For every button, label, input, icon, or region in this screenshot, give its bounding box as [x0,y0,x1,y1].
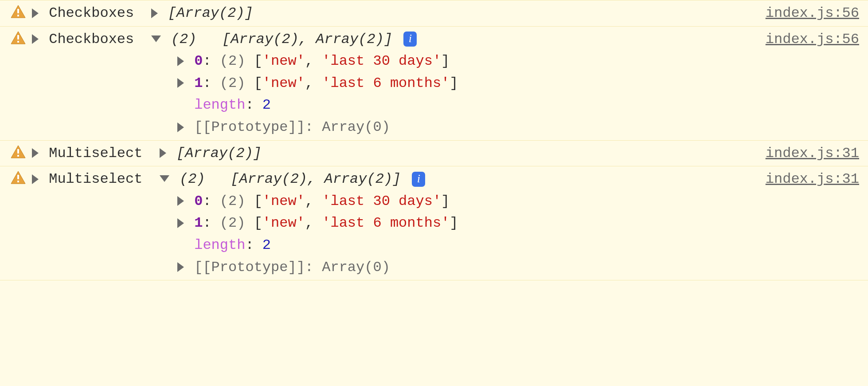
colon: : [305,119,322,135]
separator: , [305,215,322,231]
disclosure-triangle-icon[interactable] [177,56,184,66]
disclosure-triangle-icon[interactable] [177,122,184,132]
bracket-close: ] [450,215,458,231]
disclosure-triangle-icon[interactable] [177,262,184,272]
log-label: Multiselect [49,171,142,187]
log-value-group[interactable]: (2) [Array(2), Array(2)] i [160,168,426,190]
source-link[interactable]: index.js:56 [757,28,859,51]
disclosure-triangle-icon[interactable] [151,35,161,42]
bracket-close: ] [441,193,450,209]
bracket-open: [ [254,75,262,91]
string-value: 'last 6 months' [322,75,450,91]
svg-rect-11 [17,181,19,182]
colon: : [245,237,262,253]
length-property: length: 2 [177,94,868,116]
array-summary: [Array(2), Array(2)] [222,31,392,47]
property-key: length [194,97,245,113]
item-count: (2) [220,193,246,209]
string-value: 'last 6 months' [322,215,450,231]
prototype-property[interactable]: [[Prototype]]: Array(0) [177,256,868,279]
warning-icon [11,5,26,18]
bracket-close: ] [441,53,450,69]
disclosure-triangle-icon[interactable] [160,175,169,182]
log-label-group[interactable]: Multiselect [32,168,142,190]
string-value: 'new' [262,53,305,69]
log-label-group[interactable]: Checkboxes [32,2,134,24]
log-value-group[interactable]: [Array(2)] [151,2,253,24]
disclosure-triangle-icon[interactable] [177,196,184,206]
bracket-open: [ [254,53,262,69]
log-label-group[interactable]: Multiselect [32,142,142,165]
info-icon[interactable]: i [403,32,417,47]
log-label: Multiselect [49,145,142,161]
array-count: (2) [171,31,197,47]
bracket-close: ] [450,75,458,91]
array-item[interactable]: 1: (2) ['new', 'last 6 months'] [177,212,868,234]
disclosure-triangle-icon[interactable] [32,148,39,158]
console-row: Checkboxes [Array(2)] index.js:56 [0,0,868,27]
colon: : [245,97,262,113]
number-value: 2 [262,237,271,253]
property-key: [[Prototype]] [194,259,305,276]
log-label-group[interactable]: Checkboxes [32,28,134,51]
colon: : [305,259,322,276]
prototype-property[interactable]: [[Prototype]]: Array(0) [177,116,868,138]
expanded-children: 0: (2) ['new', 'last 30 days'] 1: (2) ['… [0,190,868,278]
source-link[interactable]: index.js:31 [757,142,859,165]
source-link[interactable]: index.js:56 [757,2,859,24]
length-property: length: 2 [177,234,868,256]
svg-rect-8 [17,155,19,157]
array-item[interactable]: 1: (2) ['new', 'last 6 months'] [177,72,868,95]
disclosure-triangle-icon[interactable] [32,174,39,184]
separator: , [305,193,322,209]
disclosure-triangle-icon[interactable] [32,34,39,44]
array-index: 0 [194,53,203,69]
svg-rect-4 [17,35,19,39]
svg-rect-7 [17,149,19,154]
console-row: Checkboxes (2) [Array(2), Array(2)] i in… [0,27,868,141]
colon: : [203,75,219,91]
string-value: 'last 30 days' [322,53,441,69]
console-row: Multiselect (2) [Array(2), Array(2)] i i… [0,166,868,280]
array-summary: [Array(2)] [176,145,262,161]
log-label: Checkboxes [49,5,134,21]
item-count: (2) [220,215,246,231]
info-icon[interactable]: i [412,172,425,187]
array-summary: [Array(2)] [168,5,253,21]
svg-rect-10 [17,175,19,179]
string-value: 'new' [262,193,305,209]
string-value: 'new' [262,215,305,231]
array-summary: [Array(2), Array(2)] [231,171,401,187]
property-key: [[Prototype]] [194,119,305,135]
warning-icon [11,31,26,44]
property-value: Array(0) [322,259,390,276]
log-label: Checkboxes [49,31,134,47]
string-value: 'new' [262,75,305,91]
warning-icon [11,145,26,158]
source-link[interactable]: index.js:31 [757,168,859,190]
separator: , [305,75,322,91]
number-value: 2 [262,97,271,113]
svg-rect-1 [17,9,19,13]
bracket-open: [ [254,215,262,231]
array-index: 0 [194,193,203,209]
expanded-children: 0: (2) ['new', 'last 30 days'] 1: (2) ['… [0,50,868,138]
separator: , [305,53,322,69]
disclosure-triangle-icon[interactable] [177,218,184,228]
array-item[interactable]: 0: (2) ['new', 'last 30 days'] [177,50,868,72]
disclosure-triangle-icon[interactable] [160,148,166,158]
log-value-group[interactable]: [Array(2)] [160,142,262,165]
disclosure-triangle-icon[interactable] [32,8,39,18]
colon: : [203,53,219,69]
log-value-group[interactable]: (2) [Array(2), Array(2)] i [151,28,417,51]
bracket-open: [ [254,193,262,209]
array-item[interactable]: 0: (2) ['new', 'last 30 days'] [177,190,868,213]
svg-rect-5 [17,41,19,43]
item-count: (2) [220,53,246,69]
array-index: 1 [194,215,203,231]
disclosure-triangle-icon[interactable] [151,8,158,18]
console-row: Multiselect [Array(2)] index.js:31 [0,141,868,167]
array-index: 1 [194,75,203,91]
disclosure-triangle-icon[interactable] [177,78,184,88]
svg-rect-2 [17,15,19,16]
